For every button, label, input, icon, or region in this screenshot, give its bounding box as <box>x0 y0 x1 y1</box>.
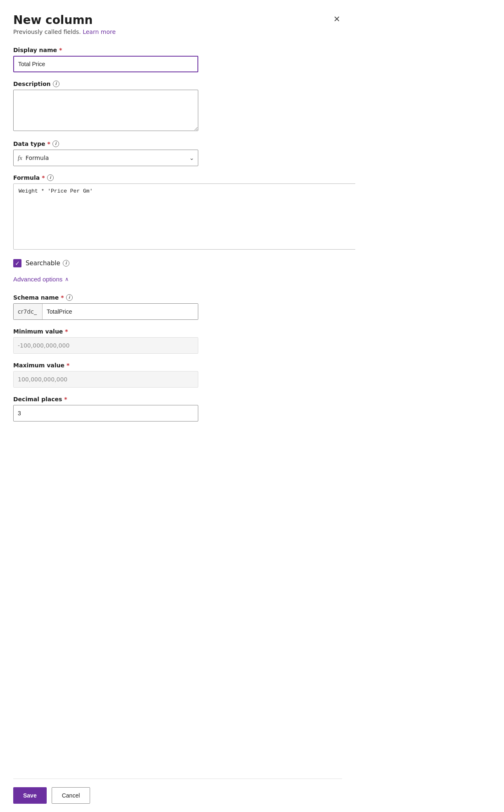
searchable-info-icon: i <box>63 260 69 267</box>
formula-input[interactable]: Weight * 'Price Per Gm' <box>13 183 355 250</box>
data-type-info-icon: i <box>52 140 59 147</box>
formula-required: * <box>42 174 45 181</box>
data-type-label: Data type * i <box>13 140 342 147</box>
min-value-label: Minimum value * <box>13 328 342 335</box>
max-value-group: Maximum value * 100,000,000,000 <box>13 362 342 388</box>
advanced-options-button[interactable]: Advanced options ∧ <box>13 276 342 283</box>
data-type-select[interactable]: fx Formula <box>13 150 198 166</box>
schema-prefix: cr7dc_ <box>14 304 43 319</box>
max-value-label: Maximum value * <box>13 362 342 369</box>
fx-icon: fx <box>18 155 22 162</box>
checkmark-icon: ✓ <box>15 260 20 266</box>
formula-label: Formula * i <box>13 174 342 181</box>
chevron-up-icon: ∧ <box>65 276 69 282</box>
close-button[interactable]: ✕ <box>332 13 342 25</box>
schema-name-label: Schema name * i <box>13 294 342 301</box>
schema-input-wrapper: cr7dc_ <box>13 303 198 320</box>
modal-title: New column <box>13 13 93 27</box>
display-name-input[interactable] <box>13 56 198 72</box>
subtitle: Previously called fields. Learn more <box>13 29 342 35</box>
new-column-modal: New column ✕ Previously called fields. L… <box>0 0 355 812</box>
description-group: Description i <box>13 81 342 132</box>
modal-header: New column ✕ <box>13 13 342 27</box>
searchable-label: Searchable i <box>26 260 69 267</box>
display-name-group: Display name * <box>13 47 342 72</box>
formula-wrapper: Weight * 'Price Per Gm' <box>13 183 355 251</box>
decimal-places-required: * <box>64 396 67 402</box>
display-name-required: * <box>59 47 62 53</box>
schema-name-group: Schema name * i cr7dc_ <box>13 294 342 320</box>
formula-info-icon: i <box>47 174 54 181</box>
data-type-group: Data type * i fx Formula ⌄ <box>13 140 342 166</box>
formula-group: Formula * i Weight * 'Price Per Gm' <box>13 174 342 251</box>
advanced-options-label: Advanced options <box>13 276 62 283</box>
max-value-input: 100,000,000,000 <box>13 371 198 388</box>
max-value-required: * <box>67 362 69 369</box>
footer: Save Cancel <box>13 779 342 812</box>
schema-name-required: * <box>61 294 64 301</box>
decimal-places-label: Decimal places * <box>13 396 342 402</box>
description-info-icon: i <box>53 81 59 87</box>
min-value-input: -100,000,000,000 <box>13 337 198 354</box>
data-type-value: Formula <box>26 155 49 161</box>
data-type-select-wrapper: fx Formula ⌄ <box>13 150 198 166</box>
cancel-button[interactable]: Cancel <box>52 787 90 804</box>
description-input[interactable] <box>13 90 198 131</box>
learn-more-link[interactable]: Learn more <box>83 29 116 35</box>
searchable-checkbox[interactable]: ✓ <box>13 259 21 267</box>
description-label: Description i <box>13 81 342 87</box>
searchable-row: ✓ Searchable i <box>13 259 342 267</box>
schema-name-info-icon: i <box>66 294 73 301</box>
save-button[interactable]: Save <box>13 787 47 804</box>
schema-name-input[interactable] <box>43 304 198 319</box>
min-value-group: Minimum value * -100,000,000,000 <box>13 328 342 354</box>
decimal-places-group: Decimal places * <box>13 396 342 421</box>
decimal-places-input[interactable] <box>13 405 198 421</box>
min-value-required: * <box>65 328 68 335</box>
display-name-label: Display name * <box>13 47 342 53</box>
data-type-required: * <box>47 140 50 147</box>
